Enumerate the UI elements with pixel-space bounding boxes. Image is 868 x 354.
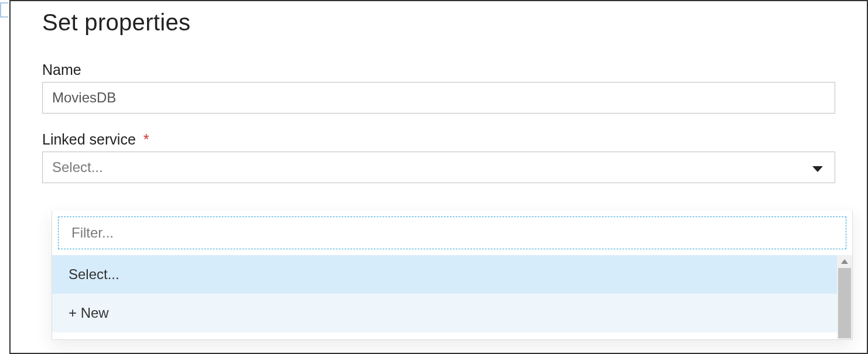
options-bottom-gap	[52, 332, 852, 339]
linked-service-label-text: Linked service	[42, 131, 136, 147]
properties-panel: Set properties Name Linked service * Sel…	[9, 0, 868, 354]
left-edge-hint	[0, 2, 8, 18]
scroll-thumb[interactable]	[838, 268, 851, 338]
linked-service-field: Linked service * Select...	[42, 131, 835, 183]
linked-service-dropdown-panel: Select... + New	[52, 211, 853, 340]
page-title: Set properties	[42, 9, 835, 36]
name-field: Name	[42, 61, 835, 114]
options-wrap: Select... + New	[52, 255, 852, 339]
options-list: Select... + New	[52, 255, 852, 332]
option-new[interactable]: + New	[52, 294, 852, 332]
name-label: Name	[42, 61, 835, 78]
linked-service-placeholder: Select...	[52, 159, 103, 176]
filter-wrap	[52, 211, 852, 255]
required-asterisk: *	[143, 131, 149, 147]
name-input[interactable]	[42, 82, 835, 114]
svg-marker-1	[841, 259, 848, 264]
svg-marker-0	[812, 166, 823, 172]
filter-input[interactable]	[58, 216, 846, 249]
option-select-placeholder[interactable]: Select...	[52, 255, 852, 294]
caret-down-icon	[812, 159, 823, 176]
panel-content: Set properties Name Linked service * Sel…	[11, 1, 867, 183]
scrollbar-track[interactable]	[837, 255, 852, 339]
scroll-up-arrow-icon[interactable]	[837, 255, 852, 268]
linked-service-label: Linked service *	[42, 131, 835, 148]
linked-service-dropdown[interactable]: Select...	[42, 152, 835, 183]
